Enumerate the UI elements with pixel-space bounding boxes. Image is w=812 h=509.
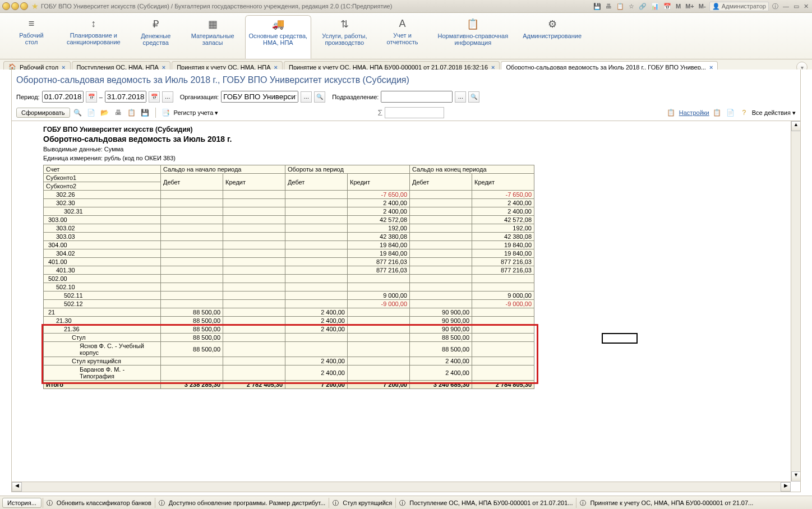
cell-td [285,216,348,224]
settings-icon[interactable]: 📋 [666,107,677,118]
register-icon[interactable]: 📑 [160,107,172,118]
table-row[interactable]: 401.00877 216,03877 216,03 [44,258,534,266]
app-chevron-icon[interactable] [11,2,19,10]
help-icon[interactable]: ? [739,107,750,118]
section-1[interactable]: ↕Планирование исанкционирование [63,15,124,59]
section-6[interactable]: AУчет иотчетность [377,15,427,59]
table-row[interactable]: 302.26-7 650,00-7 650,00 [44,191,534,199]
scroll-right-icon[interactable]: ▶ [781,482,791,492]
period-select-button[interactable]: … [162,91,173,103]
vertical-scrollbar[interactable]: ▲ ▼ [791,121,800,482]
dept-open-button[interactable]: 🔍 [468,91,479,103]
admin-button[interactable]: 👤 Администратор [709,2,769,11]
statusbar-item-2[interactable]: ⓘСтул крутящийся [329,498,395,508]
section-label: Нормативно-справочнаяинформация [437,33,508,46]
settings-link[interactable]: Настройки [679,109,709,116]
tool-icon-2[interactable]: 📄 [725,107,736,118]
info-icon[interactable]: ⓘ [771,2,779,11]
section-3[interactable]: ▦Материальныезапасы [187,15,238,59]
calendar-icon[interactable]: 📅 [662,3,672,10]
statusbar-item-0[interactable]: ⓘОбновить классификатор банков [43,498,155,508]
cell-ed: 88 500,00 [410,342,472,357]
form-button[interactable]: Сформировать [16,108,70,118]
cell-sd [161,191,223,199]
table-row[interactable]: 304.0219 840,0019 840,00 [44,249,534,258]
save-variant-icon[interactable]: 📄 [86,107,97,118]
save-icon[interactable]: 💾 [592,3,602,10]
memory-mplus[interactable]: M+ [684,3,695,10]
register-dropdown[interactable]: Регистр учета ▾ [174,109,219,117]
date-to-input[interactable] [105,91,146,103]
scroll-up-icon[interactable]: ▲ [791,121,800,131]
table-row[interactable]: 303.0042 572,0842 572,08 [44,216,534,224]
table-row[interactable]: 21.3088 500,002 400,0090 900,00 [44,317,534,325]
diskette-icon[interactable]: 💾 [140,107,151,118]
org-select-button[interactable]: … [301,91,312,103]
tool-icon-1[interactable]: 📋 [712,107,723,118]
table-row[interactable]: Стул88 500,0088 500,00 [44,334,534,342]
org-input[interactable] [221,91,298,103]
history-button[interactable]: История... [2,498,41,508]
section-0[interactable]: ≡Рабочийстол [7,15,56,59]
cell-sd [161,233,223,241]
scroll-left-icon[interactable]: ◀ [12,482,22,492]
scroll-down-icon[interactable]: ▼ [791,471,800,482]
table-row[interactable]: 502.00 [44,275,534,283]
export-icon[interactable]: 📋 [126,107,137,118]
all-actions-dropdown[interactable]: Все действия ▾ [752,109,796,117]
table-row[interactable]: 2188 500,002 400,0090 900,00 [44,308,534,317]
dept-input[interactable] [381,91,453,103]
date-from-input[interactable] [42,91,84,103]
app-menu-icon[interactable] [20,2,28,10]
table-row[interactable]: 21.3688 500,002 400,0090 900,00 [44,325,534,334]
calc-icon[interactable]: 📊 [650,3,660,10]
memory-m[interactable]: M [675,3,682,10]
memory-mminus[interactable]: M- [698,3,707,10]
date-from-picker-icon[interactable]: 📅 [86,91,97,103]
horizontal-scrollbar[interactable]: ◀ ▶ [12,482,791,492]
table-row[interactable]: 303.02192,00192,00 [44,224,534,233]
cell-ec [472,365,534,381]
report-area[interactable]: ГОБУ ВПО Университет искусств (Субсидия)… [12,121,800,492]
section-label: Материальныезапасы [191,33,234,46]
statusbar-item-3[interactable]: ⓘПоступление ОС, НМА, НПА БУ00-000001 от… [395,498,576,508]
table-row[interactable]: Стул крутящийся2 400,002 400,00 [44,357,534,365]
section-4[interactable]: 🚚Основные средства,НМА, НПА [245,15,312,59]
load-variant-icon[interactable]: 📂 [99,107,110,118]
table-row[interactable]: 302.302 400,002 400,00 [44,199,534,207]
table-row[interactable]: Баранов Ф. М. - Типография2 400,002 400,… [44,365,534,381]
table-row[interactable]: 502.119 000,009 000,00 [44,291,534,300]
cell-sc [223,241,285,249]
table-row[interactable]: 303.0342 380,0842 380,08 [44,233,534,241]
cell-account: 303.02 [44,224,161,233]
print-icon[interactable]: 🖶 [113,107,124,118]
table-row[interactable]: Яснов Ф. С. - Учебный корпус88 500,0088 … [44,342,534,357]
copy-icon[interactable]: 📋 [615,3,625,10]
table-row[interactable]: 502.10 [44,283,534,291]
cell-ec: 42 380,08 [472,233,534,241]
org-open-button[interactable]: 🔍 [314,91,325,103]
close-icon[interactable]: ✕ [802,3,810,10]
statusbar-item-4[interactable]: ⓘПринятие к учету ОС, НМА, НПА БУ00-0000… [576,498,756,508]
minimize-icon[interactable]: — [782,3,790,10]
statusbar-item-1[interactable]: ⓘДоступно обновление программы. Размер д… [155,498,329,508]
table-row[interactable]: 302.312 400,002 400,00 [44,207,534,216]
table-row[interactable]: 304.0019 840,0019 840,00 [44,241,534,249]
favorite-icon[interactable]: ★ [31,2,39,11]
zoom-icon[interactable]: 🔍 [72,107,84,118]
dept-select-button[interactable]: … [455,91,466,103]
maximize-icon[interactable]: ▭ [792,3,800,10]
table-row[interactable]: 502.12-9 000,00-9 000,00 [44,300,534,308]
link-icon[interactable]: 🔗 [638,3,648,10]
section-8[interactable]: ⚙Администрирование [519,15,585,59]
section-2[interactable]: ₽Денежныесредства [131,15,181,59]
section-5[interactable]: ⇅Услуги, работы,производство [318,15,371,59]
sigma-input[interactable] [385,107,444,118]
cell-sd [161,266,223,275]
th-sub1: Субконто1 [44,174,161,182]
section-7[interactable]: 📋Нормативно-справочнаяинформация [433,15,512,59]
table-row[interactable]: 401.30877 216,03877 216,03 [44,266,534,275]
print-icon[interactable]: 🖶 [605,3,613,10]
date-to-picker-icon[interactable]: 📅 [149,91,160,103]
star-icon[interactable]: ☆ [628,3,635,10]
